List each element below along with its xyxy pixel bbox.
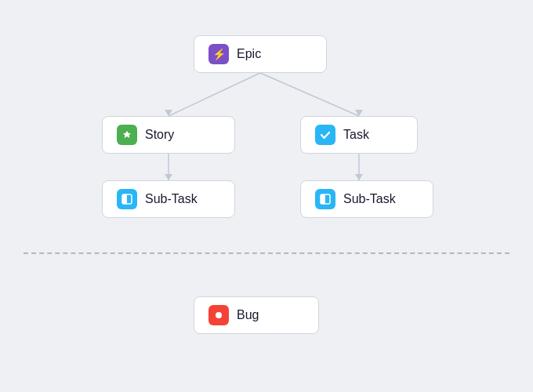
node-task: Task [300,116,418,154]
svg-point-12 [216,312,222,318]
svg-rect-11 [321,194,325,204]
task-icon [315,125,335,145]
node-epic: ⚡ Epic [194,35,327,73]
node-story: Story [102,116,235,154]
story-icon [117,125,137,145]
node-subtask2: Sub-Task [300,180,433,218]
svg-rect-9 [122,194,127,204]
svg-line-1 [260,73,359,116]
subtask2-icon [315,189,335,209]
node-subtask1: Sub-Task [102,180,235,218]
svg-marker-4 [165,110,172,116]
story-label: Story [145,128,174,142]
subtask2-label: Sub-Task [343,192,396,206]
subtask1-icon [117,189,137,209]
bug-icon [208,305,229,325]
dashed-divider [24,252,509,254]
diagram: ⚡ Epic Story Task Sub-Task [0,0,533,392]
svg-marker-6 [165,174,172,180]
svg-marker-7 [355,174,363,180]
epic-icon: ⚡ [208,44,229,64]
svg-marker-5 [355,110,363,116]
node-bug: Bug [194,296,319,334]
task-label: Task [343,128,369,142]
bug-label: Bug [237,308,259,322]
subtask1-label: Sub-Task [145,192,198,206]
epic-label: Epic [237,47,261,61]
svg-line-0 [169,73,260,116]
